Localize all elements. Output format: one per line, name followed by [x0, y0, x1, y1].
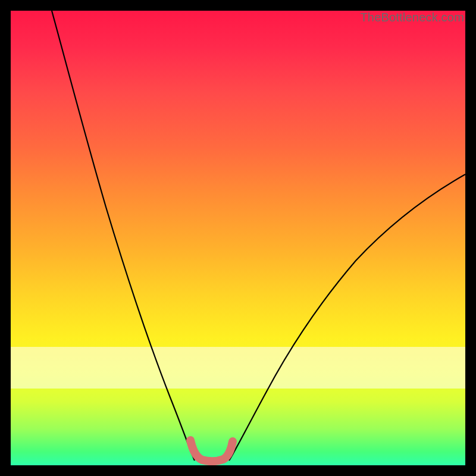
right-curve — [229, 174, 465, 461]
left-curve — [52, 11, 195, 461]
watermark-text: TheBottleneck.com — [360, 11, 464, 24]
plot-area — [11, 11, 465, 465]
curves-svg — [11, 11, 465, 465]
trough-highlight — [190, 440, 233, 461]
chart-frame: TheBottleneck.com — [0, 0, 476, 476]
